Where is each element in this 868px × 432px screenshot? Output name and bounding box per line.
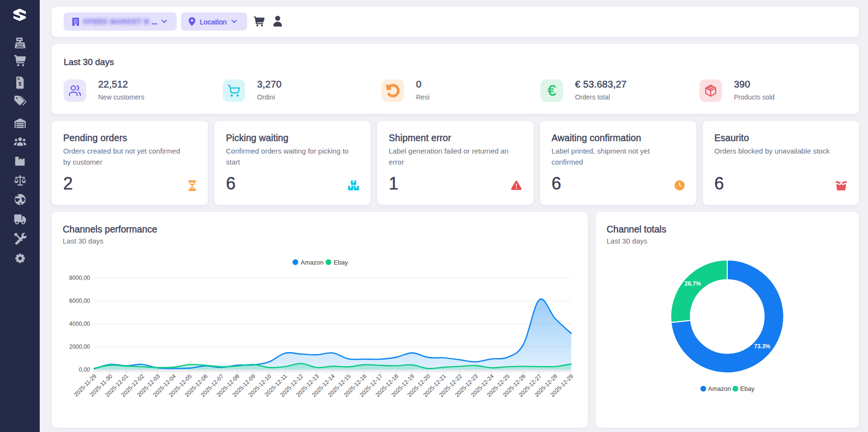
svg-text:Ebay: Ebay — [334, 259, 348, 266]
svg-text:8000,00: 8000,00 — [69, 275, 90, 281]
svg-text:Ebay: Ebay — [740, 385, 755, 392]
svg-text:Amazon: Amazon — [708, 385, 731, 392]
svg-text:Amazon: Amazon — [301, 259, 324, 266]
svg-text:4000,00: 4000,00 — [69, 321, 90, 327]
svg-text:26.7%: 26.7% — [685, 280, 701, 287]
svg-text:73.3%: 73.3% — [754, 343, 770, 350]
svg-text:0,00: 0,00 — [79, 366, 90, 373]
svg-text:6000,00: 6000,00 — [69, 298, 90, 304]
svg-text:$: $ — [18, 81, 22, 87]
svg-text:2000,00: 2000,00 — [69, 343, 90, 350]
